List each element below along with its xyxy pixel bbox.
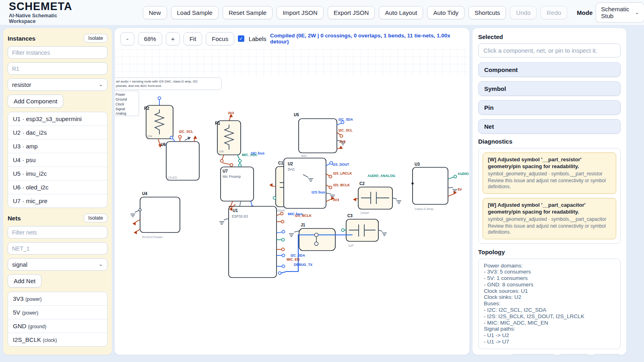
net-type-select[interactable]: signal ⌄ — [8, 258, 107, 271]
add-net-button[interactable]: Add Net — [8, 274, 41, 288]
filter-nets-input[interactable] — [8, 226, 107, 239]
zoom-in-button[interactable]: + — [166, 32, 180, 45]
net-label[interactable]: I2C bus — [251, 151, 264, 155]
net-label[interactable]: I2S_BCLK — [333, 183, 350, 187]
net-label[interactable]: I2C_SCL — [339, 128, 353, 132]
new-button[interactable]: New — [143, 6, 167, 19]
pin[interactable] — [282, 248, 285, 251]
net-label[interactable]: AUDIO_ANALOG — [458, 172, 469, 176]
pin[interactable] — [454, 175, 457, 178]
instance-item[interactable]: U5 · imu_i2c — [8, 167, 107, 180]
component-u6[interactable]: U6 OLED — [161, 136, 199, 181]
connector-pin[interactable] — [315, 233, 318, 237]
pin[interactable] — [281, 220, 284, 223]
diagnostic-warning[interactable]: [W] Adjusted symbol '__part_capacitor' g… — [483, 198, 616, 239]
net-label[interactable]: 3V3 — [333, 198, 339, 202]
export-json-button[interactable]: Export JSON — [328, 6, 375, 19]
schematic-viewport[interactable]: art audio + sensing node with I2S DAC, c… — [115, 49, 469, 355]
pin[interactable] — [329, 175, 332, 178]
pin[interactable] — [273, 197, 276, 200]
net-label[interactable]: 5V — [458, 187, 462, 191]
instance-item[interactable]: U3 · amp — [8, 139, 107, 153]
net-item[interactable]: 5V (power) — [8, 305, 107, 319]
instance-item[interactable]: U1 · esp32_s3_supermini — [8, 112, 107, 125]
component-u2[interactable]: U2 DAC — [284, 158, 335, 208]
validate-button[interactable]: Validate — [559, 354, 589, 355]
isolate-nets-button[interactable]: Isolate — [84, 214, 107, 222]
pin[interactable] — [279, 272, 281, 275]
component-u5[interactable]: U5 IMU — [294, 113, 345, 158]
zoom-level-button[interactable]: 68% — [138, 32, 162, 45]
net-label[interactable]: I2C_SDA — [339, 117, 353, 121]
load-sample-button[interactable]: Load Sample — [171, 6, 219, 19]
component-j1[interactable]: J1 — [289, 223, 335, 251]
ref-designator-input[interactable] — [8, 62, 107, 75]
reset-sample-button[interactable]: Reset Sample — [223, 6, 272, 19]
instance-item[interactable]: U4 · psu — [8, 153, 107, 167]
import-json-button[interactable]: Import JSON — [277, 6, 324, 19]
add-component-button[interactable]: Add Component — [8, 95, 63, 108]
pin[interactable] — [282, 230, 285, 233]
schematic-canvas[interactable]: art audio + sensing node with I2S DAC, c… — [115, 49, 469, 355]
pin[interactable] — [139, 209, 141, 211]
net-label[interactable]: 3V3 — [228, 111, 234, 115]
pin[interactable] — [230, 164, 233, 167]
net-label[interactable]: I2S_LRCLK — [333, 171, 352, 175]
net-label[interactable]: MIC bus — [288, 212, 303, 216]
net-label[interactable]: DEBUG_TX — [294, 263, 313, 267]
auto-tidy-button[interactable]: Auto Tidy — [427, 6, 464, 19]
auto-layout-button[interactable]: Auto Layout — [379, 6, 423, 19]
net-label[interactable]: I2C_SCL — [179, 130, 193, 134]
pin[interactable] — [329, 186, 332, 189]
isolate-instances-button[interactable]: Isolate — [84, 34, 107, 43]
component-r2[interactable]: R2 10k — [144, 97, 173, 148]
net-label[interactable]: 3V3 — [339, 140, 345, 144]
net-label[interactable]: I2C_SDA — [291, 253, 305, 257]
pin[interactable] — [282, 254, 285, 257]
pin[interactable] — [239, 164, 242, 167]
component-c3[interactable]: C3 1uF — [342, 214, 387, 247]
pin[interactable] — [239, 160, 242, 162]
filter-instances-input[interactable] — [8, 46, 107, 59]
redo-button[interactable]: Redo — [541, 6, 567, 19]
instance-item[interactable]: U7 · mic_pre — [8, 194, 107, 208]
undo-button[interactable]: Undo — [510, 6, 537, 19]
component-u1[interactable]: U1 ESP32-S3 — [219, 204, 285, 278]
section-component[interactable]: Component — [478, 62, 621, 77]
pin[interactable] — [342, 229, 345, 232]
focus-button[interactable]: Focus — [206, 32, 234, 45]
component-r1[interactable]: R1 10k — [215, 114, 242, 162]
shortcuts-button[interactable]: Shortcuts — [469, 6, 506, 19]
section-symbol[interactable]: Symbol — [478, 81, 621, 96]
net-label[interactable]: MIC_EN — [287, 257, 299, 261]
pin[interactable] — [179, 136, 182, 138]
pin[interactable] — [158, 97, 161, 100]
view-schema-button[interactable]: View Schema — [511, 354, 555, 355]
connector-pin[interactable] — [315, 242, 318, 246]
pin[interactable] — [282, 265, 285, 268]
pin[interactable] — [170, 136, 173, 139]
component-u3[interactable]: U3 Class-D Amp — [411, 162, 457, 211]
labels-checkbox-label[interactable]: Labels — [249, 35, 266, 42]
instance-item[interactable]: U6 · oled_i2c — [8, 180, 107, 194]
net-item[interactable]: I2S_BCLK (clock) — [8, 333, 107, 346]
mode-select[interactable]: Schematic Stub ⌄ — [596, 2, 644, 23]
format-button[interactable]: Format — [592, 354, 621, 355]
pin[interactable] — [282, 239, 285, 241]
component-u4[interactable]: U4 5V/3V3 Power — [130, 191, 180, 239]
pin[interactable] — [340, 135, 343, 138]
fit-button[interactable]: Fit — [184, 32, 202, 45]
instance-item[interactable]: U2 · dac_i2s — [8, 125, 107, 139]
net-item[interactable]: 3V3 (power) — [8, 292, 107, 305]
section-pin[interactable]: Pin — [478, 100, 621, 115]
net-label[interactable]: I2S_DOUT — [332, 162, 349, 167]
section-net[interactable]: Net — [478, 119, 621, 134]
component-c2[interactable]: C2 100nF — [353, 181, 401, 215]
net-label[interactable]: AUDIO_ANALOG — [367, 174, 395, 178]
net-label[interactable]: I2S bus — [312, 190, 325, 194]
net-item[interactable]: GND (ground) — [8, 319, 107, 333]
diagnostic-warning[interactable]: [W] Adjusted symbol '__part_resistor' ge… — [483, 152, 616, 194]
zoom-out-button[interactable]: - — [120, 32, 134, 45]
pin[interactable] — [221, 160, 223, 162]
labels-checkbox[interactable]: ✓ — [238, 35, 244, 42]
